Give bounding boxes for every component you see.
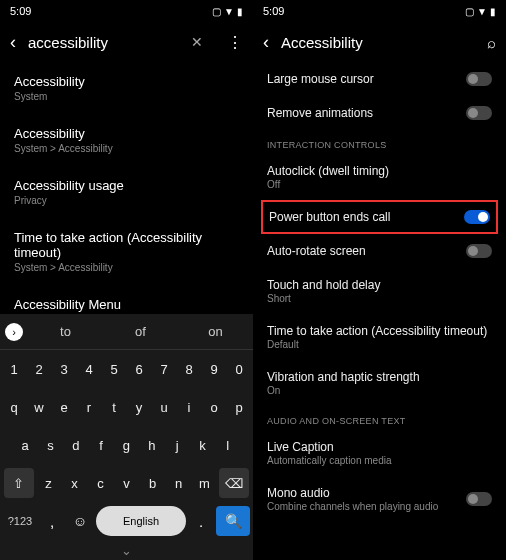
toggle[interactable]: [466, 106, 492, 120]
search-result[interactable]: Time to take action (Accessibility timeo…: [14, 218, 239, 285]
key-u[interactable]: u: [153, 392, 175, 422]
item-title: Power button ends call: [269, 210, 464, 224]
item-title: Touch and hold delay: [267, 278, 492, 292]
settings-item[interactable]: Large mouse cursor: [253, 62, 506, 96]
key-5[interactable]: 5: [103, 354, 125, 384]
item-subtitle: On: [267, 385, 492, 396]
key-7[interactable]: 7: [153, 354, 175, 384]
key-0[interactable]: 0: [228, 354, 250, 384]
key-8[interactable]: 8: [178, 354, 200, 384]
suggestion[interactable]: on: [178, 324, 253, 339]
search-result[interactable]: Accessibility usagePrivacy: [14, 166, 239, 218]
settings-item[interactable]: Live CaptionAutomatically caption media: [253, 430, 506, 476]
nav-bar: ⌄: [0, 540, 253, 560]
item-title: Time to take action (Accessibility timeo…: [267, 324, 492, 338]
settings-item[interactable]: Vibration and haptic strengthOn: [253, 360, 506, 406]
result-subtitle: Privacy: [14, 195, 239, 206]
settings-item[interactable]: Time to take action (Accessibility timeo…: [253, 314, 506, 360]
backspace-key[interactable]: ⌫: [219, 468, 249, 498]
key-w[interactable]: w: [28, 392, 50, 422]
key-s[interactable]: s: [39, 430, 61, 460]
key-4[interactable]: 4: [78, 354, 100, 384]
key-m[interactable]: m: [193, 468, 216, 498]
key-2[interactable]: 2: [28, 354, 50, 384]
suggestion[interactable]: to: [28, 324, 103, 339]
search-result[interactable]: AccessibilitySystem: [14, 62, 239, 114]
emoji-key[interactable]: ☺: [67, 506, 93, 536]
toggle[interactable]: [464, 210, 490, 224]
key-y[interactable]: y: [128, 392, 150, 422]
key-x[interactable]: x: [63, 468, 86, 498]
key-9[interactable]: 9: [203, 354, 225, 384]
key-3[interactable]: 3: [53, 354, 75, 384]
search-input[interactable]: accessibility: [28, 34, 179, 51]
search-key[interactable]: 🔍: [216, 506, 250, 536]
result-title: Accessibility: [14, 126, 239, 141]
key-j[interactable]: j: [166, 430, 188, 460]
back-icon[interactable]: ‹: [263, 32, 269, 53]
key-g[interactable]: g: [115, 430, 137, 460]
key-k[interactable]: k: [191, 430, 213, 460]
section-header: AUDIO AND ON-SCREEN TEXT: [253, 406, 506, 430]
key-1[interactable]: 1: [3, 354, 25, 384]
key-row-1: qwertyuiop: [0, 388, 253, 426]
key-b[interactable]: b: [141, 468, 164, 498]
clear-icon[interactable]: ✕: [191, 34, 203, 50]
item-title: Vibration and haptic strength: [267, 370, 492, 384]
key-v[interactable]: v: [115, 468, 138, 498]
item-title: Remove animations: [267, 106, 466, 120]
key-a[interactable]: a: [14, 430, 36, 460]
item-subtitle: Automatically caption media: [267, 455, 492, 466]
status-bar: 5:09 ▢▼▮: [0, 0, 253, 22]
overflow-icon[interactable]: ⋮: [227, 33, 243, 52]
key-r[interactable]: r: [78, 392, 100, 422]
settings-item[interactable]: Auto-rotate screen: [253, 234, 506, 268]
key-n[interactable]: n: [167, 468, 190, 498]
toggle[interactable]: [466, 492, 492, 506]
key-row-2: asdfghjkl: [0, 426, 253, 464]
settings-item[interactable]: Touch and hold delayShort: [253, 268, 506, 314]
key-i[interactable]: i: [178, 392, 200, 422]
item-title: Auto-rotate screen: [267, 244, 466, 258]
key-o[interactable]: o: [203, 392, 225, 422]
chevron-icon[interactable]: ›: [0, 322, 28, 341]
search-results: AccessibilitySystemAccessibilitySystem >…: [0, 62, 253, 337]
key-q[interactable]: q: [3, 392, 25, 422]
result-title: Accessibility Menu: [14, 297, 239, 312]
comma-key[interactable]: ,: [40, 506, 64, 536]
search-header: ‹ accessibility ✕ ⋮: [0, 22, 253, 62]
item-title: Live Caption: [267, 440, 492, 454]
key-h[interactable]: h: [141, 430, 163, 460]
key-e[interactable]: e: [53, 392, 75, 422]
keyboard: › to of on 1234567890 qwertyuiop asdfghj…: [0, 314, 253, 560]
status-icons: ▢▼▮: [212, 6, 243, 17]
key-l[interactable]: l: [217, 430, 239, 460]
left-pane: 5:09 ▢▼▮ ‹ accessibility ✕ ⋮ Accessibili…: [0, 0, 253, 560]
settings-item[interactable]: Remove animations: [253, 96, 506, 130]
highlighted-item: Power button ends call: [261, 200, 498, 234]
key-p[interactable]: p: [228, 392, 250, 422]
settings-item[interactable]: Power button ends call: [269, 210, 490, 224]
toggle[interactable]: [466, 244, 492, 258]
suggestion[interactable]: of: [103, 324, 178, 339]
key-t[interactable]: t: [103, 392, 125, 422]
toggle[interactable]: [466, 72, 492, 86]
period-key[interactable]: .: [189, 506, 213, 536]
shift-key[interactable]: ⇧: [4, 468, 34, 498]
item-subtitle: Combine channels when playing audio: [267, 501, 466, 512]
symbols-key[interactable]: ?123: [3, 506, 37, 536]
nav-handle-icon[interactable]: ⌄: [121, 543, 132, 558]
search-result[interactable]: AccessibilitySystem > Accessibility: [14, 114, 239, 166]
key-c[interactable]: c: [89, 468, 112, 498]
back-icon[interactable]: ‹: [10, 32, 16, 53]
search-icon[interactable]: ⌕: [487, 34, 496, 51]
key-z[interactable]: z: [37, 468, 60, 498]
settings-item[interactable]: Mono audioCombine channels when playing …: [253, 476, 506, 522]
item-subtitle: Off: [267, 179, 492, 190]
settings-item[interactable]: Autoclick (dwell timing)Off: [253, 154, 506, 200]
space-key[interactable]: English: [96, 506, 186, 536]
key-d[interactable]: d: [65, 430, 87, 460]
key-f[interactable]: f: [90, 430, 112, 460]
clock: 5:09: [10, 5, 212, 17]
key-6[interactable]: 6: [128, 354, 150, 384]
